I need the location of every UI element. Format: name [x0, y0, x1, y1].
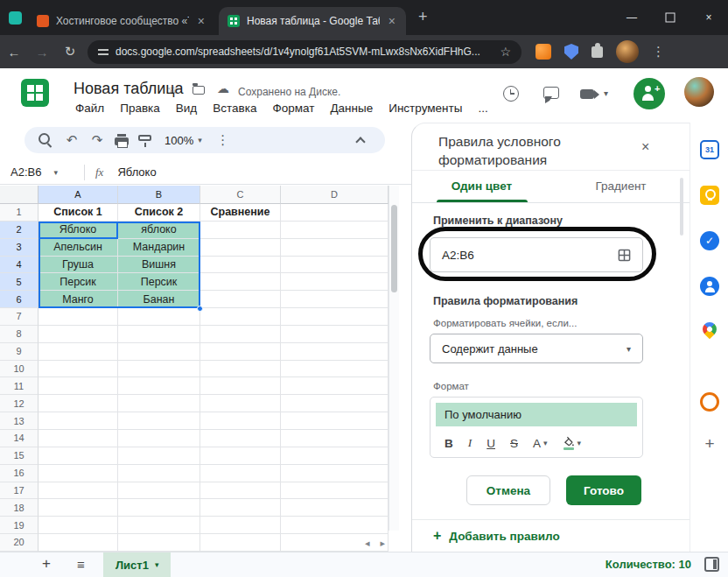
cell-C10[interactable]	[200, 361, 281, 378]
cell-B14[interactable]	[118, 430, 200, 447]
cell-C14[interactable]	[200, 430, 281, 447]
tab-close-icon[interactable]: ×	[387, 14, 397, 28]
side-panel-toggle-icon[interactable]	[704, 557, 719, 572]
extensions-puzzle-icon[interactable]	[592, 46, 603, 58]
cell-B20[interactable]	[118, 534, 200, 552]
row-header-3[interactable]: 3	[0, 239, 38, 257]
add-sheet-icon[interactable]: +	[42, 555, 51, 573]
row-header-14[interactable]: 14	[0, 430, 38, 447]
cell-D16[interactable]	[281, 465, 388, 482]
meet-caret-icon[interactable]: ▾	[604, 88, 608, 98]
cell-B17[interactable]	[118, 482, 200, 500]
cell-D2[interactable]	[281, 222, 388, 239]
done-button[interactable]: Готово	[566, 475, 641, 505]
addon-icon[interactable]	[700, 392, 719, 412]
cell-D14[interactable]	[281, 430, 388, 447]
extension-fox-icon[interactable]	[536, 44, 551, 60]
tab-single-color[interactable]: Один цвет	[412, 171, 551, 202]
row-header-17[interactable]: 17	[0, 482, 38, 500]
cancel-button[interactable]: Отмена	[466, 475, 550, 505]
cell-C2[interactable]	[200, 222, 281, 239]
cell-A19[interactable]	[38, 517, 118, 534]
url-bar[interactable]: docs.google.com/spreadsheets/d/1v4ynolgf…	[88, 40, 522, 64]
account-avatar[interactable]	[684, 77, 714, 107]
row-header-1[interactable]: 1	[0, 204, 38, 222]
cell-B8[interactable]	[118, 326, 200, 343]
contacts-icon[interactable]	[700, 277, 719, 296]
scroll-right-icon[interactable]: ▸	[380, 538, 385, 549]
strikethrough-button[interactable]: S	[510, 437, 518, 450]
paint-format-icon[interactable]	[138, 135, 151, 141]
cell-D19[interactable]	[281, 517, 388, 534]
cell-A7[interactable]	[38, 308, 118, 326]
cell-A17[interactable]	[38, 482, 118, 500]
menu-item-8[interactable]: ...	[471, 100, 494, 119]
calendar-icon[interactable]: 31	[700, 140, 719, 159]
cell-C1[interactable]: Сравнение	[200, 204, 281, 222]
share-button[interactable]: +	[634, 78, 665, 109]
undo-icon[interactable]: ↶	[64, 132, 80, 148]
italic-button[interactable]: I	[468, 436, 472, 450]
tasks-icon[interactable]: ✓	[700, 231, 719, 250]
all-sheets-icon[interactable]: ≡	[77, 557, 85, 572]
name-box[interactable]: A2:B6 ▾	[0, 165, 84, 179]
cell-D6[interactable]	[281, 291, 388, 308]
cell-B7[interactable]	[118, 308, 200, 326]
cell-D13[interactable]	[281, 412, 388, 430]
extension-shield-icon[interactable]	[564, 44, 578, 60]
row-header-16[interactable]: 16	[0, 465, 38, 482]
history-icon[interactable]	[503, 86, 519, 102]
menu-item-1[interactable]: Файл	[68, 100, 111, 119]
cell-D11[interactable]	[281, 377, 388, 395]
cell-B16[interactable]	[118, 465, 200, 482]
print-icon[interactable]	[115, 137, 129, 145]
select-all-corner[interactable]	[0, 186, 38, 204]
cell-A2[interactable]: Яблоко	[38, 222, 118, 239]
cell-D17[interactable]	[281, 482, 388, 500]
cell-A4[interactable]: Груша	[38, 257, 118, 274]
cell-A15[interactable]	[38, 447, 118, 465]
cell-D8[interactable]	[281, 326, 388, 343]
row-header-7[interactable]: 7	[0, 308, 38, 326]
cell-A9[interactable]	[38, 343, 118, 361]
cell-C15[interactable]	[200, 447, 281, 465]
row-header-13[interactable]: 13	[0, 412, 38, 430]
column-header-A[interactable]: A	[38, 186, 118, 204]
cell-B4[interactable]: Вишня	[118, 257, 200, 274]
row-header-11[interactable]: 11	[0, 377, 38, 395]
cell-C7[interactable]	[200, 308, 281, 326]
sheets-logo-icon[interactable]	[21, 79, 49, 107]
row-header-20[interactable]: 20	[0, 534, 38, 552]
comments-icon[interactable]	[543, 87, 559, 99]
panel-close-icon[interactable]: ×	[641, 139, 649, 155]
cell-B12[interactable]	[118, 395, 200, 412]
bold-button[interactable]: B	[444, 437, 453, 450]
sheet-tab[interactable]: Лист1 ▾	[103, 552, 171, 577]
cell-C20[interactable]	[200, 534, 281, 552]
cell-B2[interactable]: яблоко	[118, 222, 200, 239]
maximize-button[interactable]	[651, 0, 690, 35]
reload-icon[interactable]: ↻	[56, 44, 84, 60]
cell-B19[interactable]	[118, 517, 200, 534]
row-header-8[interactable]: 8	[0, 326, 38, 343]
cell-C9[interactable]	[200, 343, 281, 361]
cell-C18[interactable]	[200, 499, 281, 517]
back-icon[interactable]: ←	[0, 45, 28, 60]
cell-B10[interactable]	[118, 361, 200, 378]
window-close-button[interactable]: ×	[690, 11, 728, 24]
site-info-icon[interactable]	[98, 48, 108, 56]
cell-C12[interactable]	[200, 395, 281, 412]
cell-D12[interactable]	[281, 395, 388, 412]
cell-C13[interactable]	[200, 412, 281, 430]
cell-D10[interactable]	[281, 361, 388, 378]
row-header-10[interactable]: 10	[0, 361, 38, 378]
bookmark-star-icon[interactable]: ☆	[500, 45, 511, 59]
menu-item-3[interactable]: Вид	[169, 100, 204, 119]
menu-item-7[interactable]: Инструменты	[382, 100, 469, 119]
add-addon-icon[interactable]: +	[700, 434, 719, 454]
redo-icon[interactable]: ↷	[89, 132, 105, 148]
cell-C3[interactable]	[200, 239, 281, 257]
cell-B18[interactable]	[118, 499, 200, 517]
text-color-button[interactable]: A ▾	[533, 437, 548, 450]
star-document-icon[interactable]: ☆	[167, 82, 178, 96]
